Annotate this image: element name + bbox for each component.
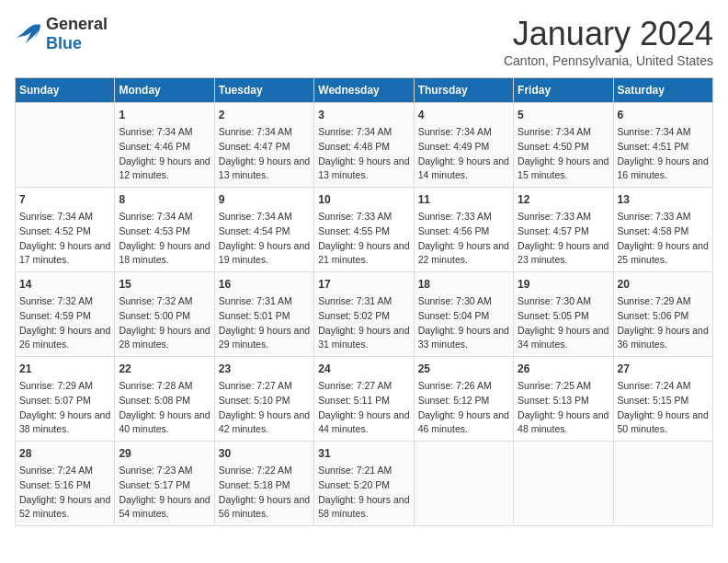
day-sunset: Sunset: 5:15 PM [618,394,709,408]
day-info: Sunrise: 7:33 AM [318,210,409,224]
day-number: 12 [518,191,609,208]
calendar-cell: 27Sunrise: 7:24 AMSunset: 5:15 PMDayligh… [613,357,712,442]
day-info: Sunrise: 7:34 AM [518,125,609,140]
day-daylight: Daylight: 9 hours and 38 minutes. [19,408,110,438]
calendar-cell [613,442,712,526]
day-daylight: Daylight: 9 hours and 13 minutes. [318,155,409,184]
logo-icon [15,23,42,45]
day-info: Sunrise: 7:34 AM [418,125,509,140]
day-daylight: Daylight: 9 hours and 22 minutes. [418,239,509,269]
day-daylight: Daylight: 9 hours and 42 minutes. [219,408,310,438]
day-number: 23 [219,361,310,377]
day-number: 31 [318,445,409,462]
day-info: Sunrise: 7:23 AM [119,464,210,478]
location-text: Canton, Pennsylvania, United States [504,53,713,68]
calendar-week-row: 28Sunrise: 7:24 AMSunset: 5:16 PMDayligh… [16,442,713,526]
day-sunset: Sunset: 4:52 PM [19,224,110,239]
calendar-cell: 13Sunrise: 7:33 AMSunset: 4:58 PMDayligh… [613,188,712,272]
calendar-cell: 14Sunrise: 7:32 AMSunset: 4:59 PMDayligh… [16,272,115,357]
day-sunset: Sunset: 4:47 PM [219,140,310,155]
calendar-week-row: 14Sunrise: 7:32 AMSunset: 4:59 PMDayligh… [16,272,713,357]
day-info: Sunrise: 7:28 AM [119,379,210,394]
calendar-cell: 7Sunrise: 7:34 AMSunset: 4:52 PMDaylight… [16,188,115,272]
day-daylight: Daylight: 9 hours and 17 minutes. [19,239,110,269]
day-number: 3 [318,107,409,123]
day-number: 21 [19,361,110,377]
day-number: 13 [618,191,709,208]
day-sunset: Sunset: 5:11 PM [318,394,409,408]
day-info: Sunrise: 7:21 AM [318,464,409,478]
day-info: Sunrise: 7:33 AM [418,210,509,224]
month-title: January 2024 [504,15,713,53]
calendar-week-row: 1Sunrise: 7:34 AMSunset: 4:46 PMDaylight… [16,103,713,188]
day-sunset: Sunset: 4:51 PM [618,140,709,155]
day-daylight: Daylight: 9 hours and 16 minutes. [618,155,709,184]
day-daylight: Daylight: 9 hours and 46 minutes. [418,408,509,438]
calendar-header-wednesday: Wednesday [314,78,414,103]
day-sunset: Sunset: 4:46 PM [119,140,210,155]
calendar-cell: 1Sunrise: 7:34 AMSunset: 4:46 PMDaylight… [115,103,214,188]
day-number: 19 [518,276,609,293]
day-sunset: Sunset: 4:49 PM [418,140,509,155]
day-sunset: Sunset: 4:58 PM [618,224,709,239]
day-info: Sunrise: 7:31 AM [219,294,310,309]
day-sunset: Sunset: 4:54 PM [219,224,310,239]
calendar-cell: 29Sunrise: 7:23 AMSunset: 5:17 PMDayligh… [115,442,214,526]
day-info: Sunrise: 7:30 AM [518,294,609,309]
day-daylight: Daylight: 9 hours and 52 minutes. [19,493,110,523]
day-sunset: Sunset: 4:50 PM [518,140,609,155]
day-sunset: Sunset: 5:20 PM [318,478,409,493]
day-info: Sunrise: 7:27 AM [318,379,409,394]
day-info: Sunrise: 7:34 AM [219,210,310,224]
calendar-cell: 19Sunrise: 7:30 AMSunset: 5:05 PMDayligh… [514,272,613,357]
calendar-header-sunday: Sunday [16,78,115,103]
day-number: 18 [418,276,509,293]
day-info: Sunrise: 7:29 AM [19,379,110,394]
day-info: Sunrise: 7:30 AM [418,294,509,309]
calendar-cell: 5Sunrise: 7:34 AMSunset: 4:50 PMDaylight… [514,103,613,188]
day-sunset: Sunset: 5:08 PM [119,394,210,408]
day-sunset: Sunset: 4:53 PM [119,224,210,239]
calendar-week-row: 21Sunrise: 7:29 AMSunset: 5:07 PMDayligh… [16,357,713,442]
day-number: 15 [119,276,210,293]
day-number: 28 [19,445,110,462]
day-number: 11 [418,191,509,208]
day-sunset: Sunset: 5:06 PM [618,309,709,324]
day-info: Sunrise: 7:26 AM [418,379,509,394]
day-sunset: Sunset: 4:59 PM [19,309,110,324]
day-sunset: Sunset: 5:13 PM [518,394,609,408]
day-number: 25 [418,361,509,377]
calendar-cell: 6Sunrise: 7:34 AMSunset: 4:51 PMDaylight… [613,103,712,188]
day-number: 14 [19,276,110,293]
calendar-cell: 23Sunrise: 7:27 AMSunset: 5:10 PMDayligh… [214,357,313,442]
logo-general-text: General [46,15,108,33]
calendar-cell: 8Sunrise: 7:34 AMSunset: 4:53 PMDaylight… [115,188,214,272]
day-daylight: Daylight: 9 hours and 33 minutes. [418,324,509,353]
day-info: Sunrise: 7:34 AM [119,210,210,224]
calendar-cell [414,442,513,526]
day-sunset: Sunset: 5:01 PM [219,309,310,324]
calendar-cell: 26Sunrise: 7:25 AMSunset: 5:13 PMDayligh… [514,357,613,442]
day-info: Sunrise: 7:24 AM [19,464,110,478]
day-daylight: Daylight: 9 hours and 19 minutes. [219,239,310,269]
day-info: Sunrise: 7:29 AM [618,294,709,309]
day-daylight: Daylight: 9 hours and 36 minutes. [618,324,709,353]
day-daylight: Daylight: 9 hours and 58 minutes. [318,493,409,523]
day-sunset: Sunset: 5:02 PM [318,309,409,324]
day-number: 26 [518,361,609,377]
calendar-header-friday: Friday [514,78,613,103]
day-daylight: Daylight: 9 hours and 13 minutes. [219,155,310,184]
day-daylight: Daylight: 9 hours and 14 minutes. [418,155,509,184]
page-header: General Blue January 2024 Canton, Pennsy… [15,15,713,68]
day-daylight: Daylight: 9 hours and 23 minutes. [518,239,609,269]
logo-blue-text: Blue [46,34,82,52]
calendar-cell: 9Sunrise: 7:34 AMSunset: 4:54 PMDaylight… [214,188,313,272]
day-number: 2 [219,107,310,123]
calendar-cell: 25Sunrise: 7:26 AMSunset: 5:12 PMDayligh… [414,357,513,442]
calendar-cell [16,103,115,188]
day-info: Sunrise: 7:27 AM [219,379,310,394]
day-sunset: Sunset: 4:55 PM [318,224,409,239]
calendar-header-monday: Monday [115,78,214,103]
calendar-cell: 30Sunrise: 7:22 AMSunset: 5:18 PMDayligh… [214,442,313,526]
day-number: 5 [518,107,609,123]
